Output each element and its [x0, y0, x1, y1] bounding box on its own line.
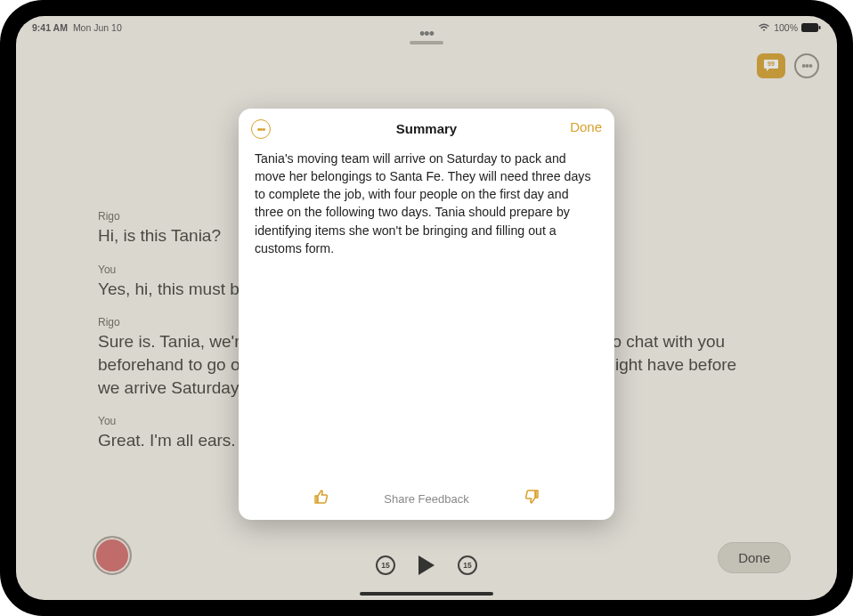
status-right: 100% [758, 22, 821, 33]
wifi-icon [758, 23, 770, 32]
screen: 9:41 AM Mon Jun 10 100% ••• 99 ••• [16, 16, 837, 600]
status-date: Mon Jun 10 [73, 22, 122, 33]
share-feedback-label: Share Feedback [384, 492, 468, 506]
status-bar: 9:41 AM Mon Jun 10 100% [16, 16, 837, 36]
status-time: 9:41 AM [32, 22, 68, 33]
modal-more-button[interactable]: ••• [251, 119, 271, 139]
thumbs-up-button[interactable] [313, 488, 330, 510]
svg-rect-1 [819, 26, 821, 29]
modal-done-button[interactable]: Done [570, 119, 602, 134]
status-left: 9:41 AM Mon Jun 10 [32, 22, 122, 33]
summary-text: Tania's moving team will arrive on Satur… [239, 148, 614, 484]
svg-rect-0 [801, 23, 818, 32]
thumbs-down-button[interactable] [523, 488, 540, 510]
modal-title: Summary [396, 121, 457, 136]
battery-icon [801, 23, 821, 32]
battery-percent: 100% [774, 22, 798, 33]
modal-header: ••• Summary Done [239, 109, 614, 148]
modal-footer: Share Feedback [239, 484, 614, 520]
summary-modal: ••• Summary Done Tania's moving team wil… [239, 109, 614, 520]
ipad-device-frame: 9:41 AM Mon Jun 10 100% ••• 99 ••• [0, 0, 853, 616]
